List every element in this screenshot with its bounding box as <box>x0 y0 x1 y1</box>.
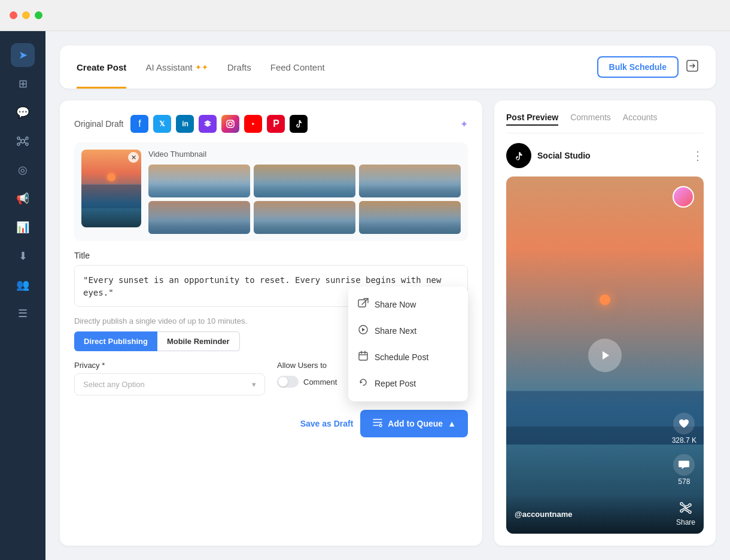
sidebar-item-messages[interactable]: 💬 <box>11 101 35 124</box>
direct-publishing-button[interactable]: Direct Publishing <box>74 331 157 351</box>
share-now-icon <box>358 298 369 311</box>
chevron-up-icon: ▲ <box>448 419 456 428</box>
thumb-item-2[interactable] <box>254 165 355 197</box>
privacy-placeholder: Select any Option <box>83 380 145 389</box>
thumb-item-6[interactable] <box>359 201 461 234</box>
sidebar-item-send[interactable]: ➤ <box>11 43 35 67</box>
repet-post-icon <box>358 377 369 390</box>
add-to-queue-label: Add to Queue <box>388 419 443 428</box>
svg-point-2 <box>26 137 28 139</box>
video-thumbnail-section: Video Thumbnail <box>148 150 461 234</box>
svg-rect-15 <box>359 352 367 360</box>
svg-point-17 <box>510 147 527 164</box>
svg-line-8 <box>25 142 26 144</box>
social-icon-twitter[interactable]: 𝕏 <box>153 115 171 133</box>
sidebar-item-content[interactable]: ☰ <box>11 302 35 325</box>
thumb-item-4[interactable] <box>148 201 250 234</box>
export-icon[interactable] <box>686 59 699 75</box>
dropdown-menu: Share Now Share Next Sched <box>348 287 468 401</box>
svg-point-11 <box>229 122 232 126</box>
app-layout: ➤ ⊞ 💬 ◎ 📢 📊 ⬇ 👥 ☰ <box>0 31 730 560</box>
mobile-reminder-button[interactable]: Mobile Reminder <box>157 331 240 351</box>
ai-sparkle-icon: ✦✦ <box>195 63 208 72</box>
sidebar-item-downloads[interactable]: ⬇ <box>11 244 35 268</box>
share-label: Share <box>676 518 695 526</box>
more-options-button[interactable]: ⋮ <box>692 148 704 163</box>
tab-accounts[interactable]: Accounts <box>623 112 658 126</box>
thumb-item-5[interactable] <box>254 201 355 234</box>
schedule-post-label: Schedule Post <box>375 352 428 362</box>
nav-tabs: Create Post AI Assistant ✦✦ Drafts Feed … <box>77 45 325 89</box>
sparkle-icon[interactable]: ✦ <box>460 118 468 130</box>
social-icon-facebook[interactable]: f <box>130 115 148 133</box>
share-now-item[interactable]: Share Now <box>348 291 468 318</box>
play-button[interactable] <box>588 339 622 372</box>
close-button[interactable] <box>10 11 17 19</box>
video-close-button[interactable]: ✕ <box>128 152 139 163</box>
svg-rect-13 <box>358 300 366 307</box>
schedule-post-icon <box>358 351 369 364</box>
sidebar-item-targeting[interactable]: ◎ <box>11 158 35 182</box>
sidebar-item-audience[interactable]: 👥 <box>11 273 35 297</box>
svg-point-3 <box>17 143 20 145</box>
add-to-queue-button[interactable]: Add to Queue ▲ <box>360 410 468 437</box>
likes-count: 328.7 K <box>672 436 696 445</box>
social-icon-buffer[interactable] <box>199 115 217 133</box>
comment-toggle[interactable] <box>277 376 299 388</box>
video-bottom-bar: @accountname Share <box>506 495 704 534</box>
nav-right: Bulk Schedule <box>597 56 699 78</box>
like-button[interactable]: 328.7 K <box>672 413 696 445</box>
repet-post-item[interactable]: Repet Post <box>348 370 468 397</box>
tab-feed-content[interactable]: Feed Content <box>270 45 325 89</box>
sidebar-item-dashboard[interactable]: ⊞ <box>11 72 35 96</box>
preview-tabs: Post Preview Comments Accounts <box>506 112 704 133</box>
share-button[interactable]: Share <box>676 502 695 526</box>
privacy-select[interactable]: Select any Option ▾ <box>74 373 265 395</box>
svg-line-5 <box>20 139 22 141</box>
social-icon-youtube[interactable] <box>244 115 262 133</box>
tab-comments[interactable]: Comments <box>570 112 611 126</box>
interaction-bar: 328.7 K 578 <box>672 413 696 486</box>
tab-drafts[interactable]: Drafts <box>227 45 251 89</box>
sidebar: ➤ ⊞ 💬 ◎ 📢 📊 ⬇ 👥 ☰ <box>0 31 45 560</box>
heart-icon <box>673 413 695 434</box>
social-icon-linkedin[interactable]: in <box>176 115 194 133</box>
thumb-item-3[interactable] <box>359 165 461 197</box>
thumb-item-1[interactable] <box>148 165 250 197</box>
share-next-icon <box>358 324 369 337</box>
maximize-button[interactable] <box>35 11 42 19</box>
schedule-post-item[interactable]: Schedule Post <box>348 344 468 370</box>
left-panel: Original Draft f 𝕏 in <box>60 101 482 546</box>
draft-label: Original Draft <box>74 119 123 129</box>
sun-visual <box>107 173 115 181</box>
thumbnail-grid <box>148 165 461 234</box>
account-row: Social Studio ⋮ <box>506 143 704 168</box>
main-content: Create Post AI Assistant ✦✦ Drafts Feed … <box>45 31 730 560</box>
chevron-down-icon: ▾ <box>252 380 256 389</box>
save-draft-button[interactable]: Save as Draft <box>300 419 354 428</box>
share-icon <box>680 502 692 517</box>
tab-ai-assistant[interactable]: AI Assistant ✦✦ <box>145 45 208 89</box>
sidebar-item-network[interactable] <box>11 129 35 153</box>
tab-create-post[interactable]: Create Post <box>77 45 126 89</box>
title-label: Title <box>74 251 468 260</box>
minimize-button[interactable] <box>22 11 30 19</box>
account-avatar <box>506 143 531 168</box>
repet-post-label: Repet Post <box>375 379 416 388</box>
social-icon-pinterest[interactable]: P <box>267 115 285 133</box>
social-icon-instagram[interactable] <box>221 115 239 133</box>
account-handle: @accountname <box>515 510 572 519</box>
sidebar-item-analytics[interactable]: 📊 <box>11 215 35 239</box>
user-avatar-corner <box>673 186 694 208</box>
tab-post-preview[interactable]: Post Preview <box>506 112 558 126</box>
content-row: Original Draft f 𝕏 in <box>60 101 716 546</box>
comment-button[interactable]: 578 <box>673 454 695 486</box>
social-icon-tiktok[interactable] <box>290 115 308 133</box>
bulk-schedule-button[interactable]: Bulk Schedule <box>597 56 679 78</box>
sidebar-item-campaigns[interactable]: 📢 <box>11 187 35 211</box>
svg-point-1 <box>17 137 20 139</box>
comments-count: 578 <box>678 477 690 486</box>
tiktok-video-preview: 328.7 K 578 @accountname <box>506 176 704 534</box>
top-nav-card: Create Post AI Assistant ✦✦ Drafts Feed … <box>60 45 716 89</box>
share-next-item[interactable]: Share Next <box>348 318 468 344</box>
